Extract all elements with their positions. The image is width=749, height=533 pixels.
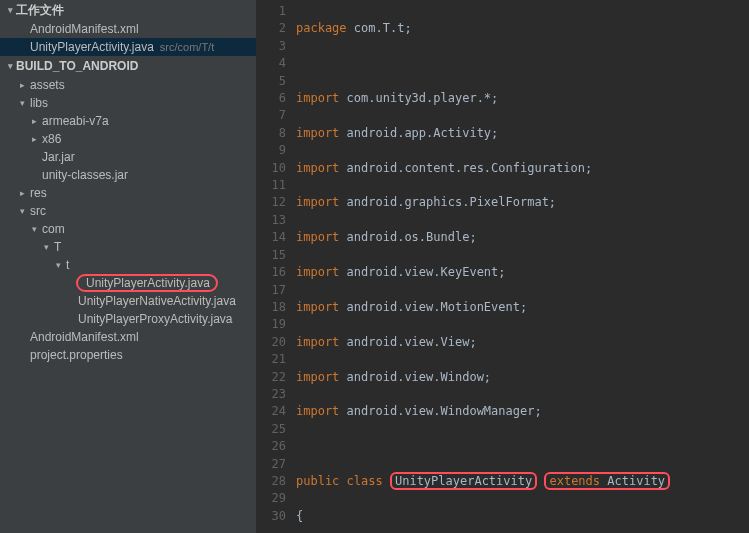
folder-libs[interactable]: libs bbox=[0, 94, 256, 112]
file-path: src/com/T/t bbox=[154, 41, 214, 53]
chevron-down-icon bbox=[28, 224, 40, 234]
file-explorer: 工作文件 AndroidManifest.xml UnityPlayerActi… bbox=[0, 0, 256, 533]
code-line: package com.T.t; bbox=[296, 20, 749, 37]
section-label: 工作文件 bbox=[16, 2, 64, 19]
code-line: { bbox=[296, 508, 749, 525]
code-line: import android.view.WindowManager; bbox=[296, 403, 749, 420]
highlight-annotation: extends Activity bbox=[544, 472, 670, 490]
code-line bbox=[296, 438, 749, 455]
code-line: import android.view.MotionEvent; bbox=[296, 299, 749, 316]
section-build-to-android[interactable]: BUILD_TO_ANDROID bbox=[0, 56, 256, 76]
highlight-annotation: UnityPlayerActivity.java bbox=[76, 274, 218, 292]
chevron-down-icon bbox=[40, 242, 52, 252]
chevron-right-icon bbox=[28, 134, 40, 144]
code-line: import com.unity3d.player.*; bbox=[296, 90, 749, 107]
line-gutter: 12345 678910 1112131415 1617181920 21222… bbox=[256, 0, 296, 533]
section-label: BUILD_TO_ANDROID bbox=[16, 59, 138, 73]
code-line: import android.app.Activity; bbox=[296, 125, 749, 142]
chevron-down-icon bbox=[4, 61, 16, 71]
folder-com[interactable]: com bbox=[0, 220, 256, 238]
chevron-right-icon bbox=[16, 188, 28, 198]
file-unity-player-native-activity[interactable]: UnityPlayerNativeActivity.java bbox=[0, 292, 256, 310]
code-line: import android.view.Window; bbox=[296, 369, 749, 386]
code-editor[interactable]: 12345 678910 1112131415 1617181920 21222… bbox=[256, 0, 749, 533]
folder-armeabi[interactable]: armeabi-v7a bbox=[0, 112, 256, 130]
folder-t[interactable]: t bbox=[0, 256, 256, 274]
file-unity-classes-jar[interactable]: unity-classes.jar bbox=[0, 166, 256, 184]
highlight-annotation: UnityPlayerActivity bbox=[390, 472, 537, 490]
file-unity-player-activity-open[interactable]: UnityPlayerActivity.java src/com/T/t bbox=[0, 38, 256, 56]
file-unity-player-activity[interactable]: UnityPlayerActivity.java bbox=[0, 274, 256, 292]
file-unity-player-proxy-activity[interactable]: UnityPlayerProxyActivity.java bbox=[0, 310, 256, 328]
code-line: import android.content.res.Configuration… bbox=[296, 160, 749, 177]
code-line: import android.os.Bundle; bbox=[296, 229, 749, 246]
file-android-manifest[interactable]: AndroidManifest.xml bbox=[0, 20, 256, 38]
chevron-down-icon bbox=[4, 5, 16, 15]
folder-x86[interactable]: x86 bbox=[0, 130, 256, 148]
section-working-files[interactable]: 工作文件 bbox=[0, 0, 256, 20]
code-line: import android.graphics.PixelFormat; bbox=[296, 194, 749, 211]
folder-res[interactable]: res bbox=[0, 184, 256, 202]
code-line bbox=[296, 55, 749, 72]
chevron-down-icon bbox=[16, 98, 28, 108]
file-project-properties[interactable]: project.properties bbox=[0, 346, 256, 364]
chevron-right-icon bbox=[28, 116, 40, 126]
file-jar-jar[interactable]: Jar.jar bbox=[0, 148, 256, 166]
code-line: import android.view.KeyEvent; bbox=[296, 264, 749, 281]
file-android-manifest-root[interactable]: AndroidManifest.xml bbox=[0, 328, 256, 346]
code-content[interactable]: package com.T.t; import com.unity3d.play… bbox=[296, 0, 749, 533]
chevron-down-icon bbox=[52, 260, 64, 270]
chevron-right-icon bbox=[16, 80, 28, 90]
folder-assets[interactable]: assets bbox=[0, 76, 256, 94]
folder-src[interactable]: src bbox=[0, 202, 256, 220]
code-line: public class UnityPlayerActivity extends… bbox=[296, 473, 749, 490]
chevron-down-icon bbox=[16, 206, 28, 216]
code-line: import android.view.View; bbox=[296, 334, 749, 351]
folder-T[interactable]: T bbox=[0, 238, 256, 256]
